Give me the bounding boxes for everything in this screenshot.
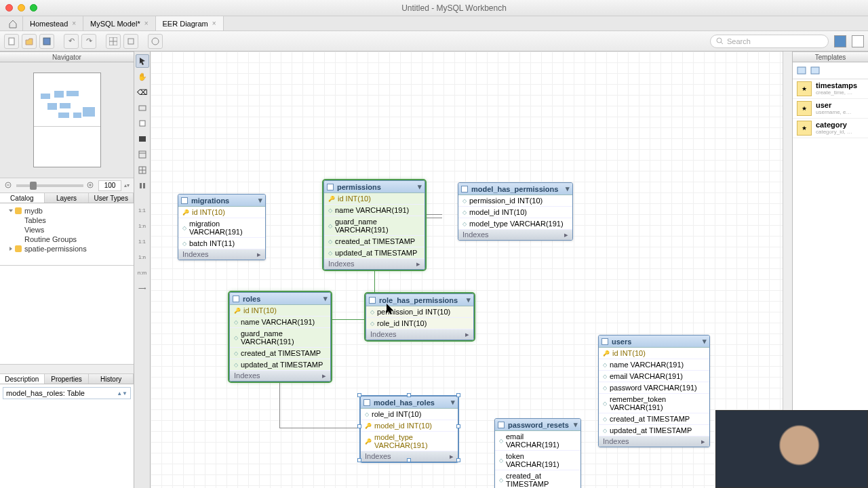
- tab-history[interactable]: History: [89, 374, 134, 384]
- close-window-button[interactable]: [5, 4, 13, 12]
- column[interactable]: model_type VARCHAR(191): [361, 432, 458, 451]
- tree-tables[interactable]: Tables: [0, 216, 134, 225]
- column[interactable]: name VARCHAR(191): [230, 317, 330, 328]
- tree-schema-mydb[interactable]: mydb: [0, 206, 134, 216]
- indexes-section[interactable]: Indexes▸: [324, 259, 425, 269]
- hand-tool[interactable]: ✋: [136, 70, 149, 83]
- zoom-slider[interactable]: [16, 184, 83, 187]
- search-input[interactable]: Search: [710, 35, 829, 48]
- entity-users[interactable]: users▾ id INT(10) name VARCHAR(191) emai…: [598, 335, 710, 447]
- column[interactable]: created_at TIMESTAMP: [599, 413, 709, 425]
- column[interactable]: guard_name VARCHAR(191): [230, 328, 330, 348]
- minimize-window-button[interactable]: [18, 4, 25, 12]
- column[interactable]: name VARCHAR(191): [599, 359, 709, 371]
- zoom-window-button[interactable]: [30, 4, 37, 12]
- column[interactable]: updated_at TIMESTAMP: [230, 359, 330, 371]
- column[interactable]: name VARCHAR(191): [324, 205, 425, 216]
- template-add-button[interactable]: [797, 65, 808, 76]
- pointer-tool[interactable]: [136, 54, 149, 68]
- indexes-section[interactable]: Indexes▸: [366, 329, 473, 340]
- column[interactable]: token VARCHAR(191): [495, 451, 580, 470]
- resize-handle[interactable]: [357, 458, 361, 462]
- template-add-button[interactable]: [810, 65, 821, 76]
- selection-description[interactable]: model_has_roles: Table ▲▼: [3, 387, 131, 399]
- collapse-icon[interactable]: ▾: [451, 398, 455, 407]
- column[interactable]: id INT(10): [324, 193, 425, 205]
- indexes-section[interactable]: Indexes▸: [178, 249, 265, 260]
- resize-handle[interactable]: [456, 458, 460, 462]
- entity-model-has-roles[interactable]: model_has_roles▾ role_id INT(10) model_i…: [360, 396, 458, 462]
- entity-model-has-permissions[interactable]: model_has_permissions▾ permission_id INT…: [458, 182, 573, 241]
- column[interactable]: id INT(10): [230, 305, 330, 317]
- image-tool[interactable]: [136, 132, 149, 146]
- column[interactable]: permission_id INT(10): [366, 306, 473, 318]
- template-timestamps[interactable]: ★ timestampscreate_time, …: [793, 79, 868, 99]
- routine-tool[interactable]: [136, 179, 149, 192]
- diagram-canvas[interactable]: migrations▾ id INT(10) migration VARCHAR…: [151, 52, 792, 488]
- open-file-button[interactable]: [22, 34, 37, 49]
- column[interactable]: model_id INT(10): [458, 207, 572, 218]
- close-icon[interactable]: ×: [144, 20, 149, 27]
- grid-button[interactable]: [106, 34, 121, 49]
- zoom-in-icon[interactable]: [86, 181, 96, 190]
- collapse-icon[interactable]: ▾: [418, 182, 422, 191]
- resize-handle[interactable]: [456, 393, 460, 397]
- column[interactable]: migration VARCHAR(191): [178, 218, 265, 238]
- align-button[interactable]: [123, 34, 138, 49]
- column[interactable]: permission_id INT(10): [458, 195, 572, 207]
- entity-roles[interactable]: roles▾ id INT(10) name VARCHAR(191) guar…: [229, 292, 331, 382]
- zoom-out-icon[interactable]: [4, 181, 14, 190]
- column[interactable]: batch INT(11): [178, 238, 265, 249]
- template-user[interactable]: ★ userusername, e…: [793, 99, 868, 119]
- table-tool[interactable]: [136, 148, 149, 161]
- tab-homestead[interactable]: Homestead ×: [23, 16, 83, 30]
- new-file-button[interactable]: [4, 34, 19, 49]
- column[interactable]: id INT(10): [178, 207, 265, 218]
- tab-catalog[interactable]: Catalog: [0, 193, 45, 203]
- layer-tool[interactable]: [136, 101, 149, 115]
- column[interactable]: email VARCHAR(191): [495, 431, 580, 451]
- redo-button[interactable]: ↷: [81, 34, 96, 49]
- column[interactable]: role_id INT(10): [361, 409, 458, 420]
- right-pane-toggle[interactable]: [852, 35, 864, 47]
- collapse-icon[interactable]: ▾: [703, 337, 707, 346]
- column[interactable]: created_at TIMESTAMP: [324, 236, 425, 247]
- collapse-icon[interactable]: ▾: [258, 196, 262, 205]
- template-category[interactable]: ★ categorycategory_id, …: [793, 119, 868, 138]
- zoom-value[interactable]: 100: [98, 180, 121, 191]
- column[interactable]: updated_at TIMESTAMP: [324, 247, 425, 259]
- column[interactable]: id INT(10): [599, 348, 709, 359]
- save-button[interactable]: [39, 34, 54, 49]
- collapse-icon[interactable]: ▾: [467, 296, 471, 304]
- entity-permissions[interactable]: permissions▾ id INT(10) name VARCHAR(191…: [323, 180, 425, 270]
- column[interactable]: model_type VARCHAR(191): [458, 218, 572, 230]
- indexes-section[interactable]: Indexes▸: [230, 371, 330, 381]
- rel-existing-tool[interactable]: ⟶: [136, 281, 149, 295]
- left-pane-toggle[interactable]: [834, 35, 846, 47]
- column[interactable]: password VARCHAR(191): [599, 382, 709, 394]
- entity-role-has-permissions[interactable]: role_has_permissions▾ permission_id INT(…: [366, 293, 474, 340]
- tab-properties[interactable]: Properties: [45, 374, 90, 384]
- tab-layers[interactable]: Layers: [45, 193, 90, 203]
- tab-mysql-model[interactable]: MySQL Model* ×: [83, 16, 155, 30]
- entity-migrations[interactable]: migrations▾ id INT(10) migration VARCHAR…: [178, 194, 266, 260]
- indexes-section[interactable]: Indexes▸: [458, 230, 572, 240]
- collapse-icon[interactable]: ▾: [574, 420, 578, 429]
- collapse-icon[interactable]: ▾: [323, 294, 328, 303]
- column[interactable]: email VARCHAR(191): [599, 371, 709, 382]
- home-tab[interactable]: [3, 16, 23, 30]
- rel-1-1-id-tool[interactable]: 1:1: [136, 235, 149, 248]
- column[interactable]: guard_name VARCHAR(191): [324, 216, 425, 236]
- close-icon[interactable]: ×: [212, 20, 216, 27]
- resize-handle[interactable]: [456, 424, 460, 428]
- column[interactable]: model_id INT(10): [361, 420, 458, 432]
- entity-password-resets[interactable]: password_resets▾ email VARCHAR(191) toke…: [494, 418, 581, 488]
- undo-button[interactable]: ↶: [64, 34, 79, 49]
- resize-handle[interactable]: [357, 393, 361, 397]
- note-tool[interactable]: [136, 117, 149, 130]
- tree-views[interactable]: Views: [0, 225, 134, 235]
- rel-1-n-nonid-tool[interactable]: 1:n: [136, 219, 149, 232]
- resize-handle[interactable]: [407, 458, 411, 462]
- indexes-section[interactable]: Indexes▸: [599, 436, 709, 447]
- eraser-tool[interactable]: ⌫: [136, 85, 149, 99]
